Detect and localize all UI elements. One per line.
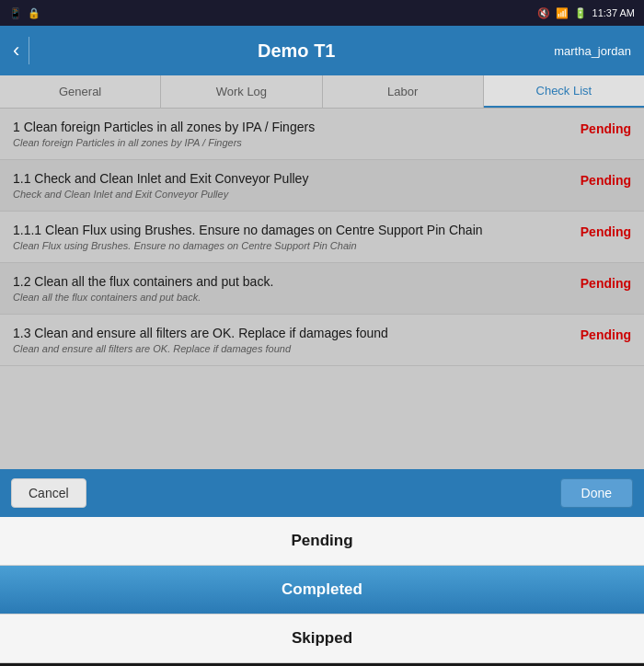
item-subtitle-5: Clean and ensure all filters are OK. Rep… xyxy=(13,343,571,354)
item-text-3: 1.1.1 Clean Flux using Brushes. Ensure n… xyxy=(13,223,581,251)
item-title-5: 1.3 Clean and ensure all filters are OK.… xyxy=(13,326,571,340)
item-title-4: 1.2 Clean all the flux containers and pu… xyxy=(13,274,571,289)
tab-checklist[interactable]: Check List xyxy=(484,75,644,108)
cancel-button[interactable]: Cancel xyxy=(11,478,86,508)
item-subtitle-1: Clean foreign Particles in all zones by … xyxy=(13,137,571,148)
mute-icon: 🔇 xyxy=(537,7,550,19)
tab-worklog[interactable]: Work Log xyxy=(161,75,322,108)
battery-icon: 🔋 xyxy=(574,7,587,19)
header: ‹ Demo T1 martha_jordan xyxy=(0,26,644,75)
table-row[interactable]: 1.3 Clean and ensure all filters are OK.… xyxy=(0,315,644,366)
time-display: 11:37 AM xyxy=(592,7,635,18)
status-picker: Pending Completed Skipped xyxy=(0,517,644,663)
status-left-icons: 📱 🔒 xyxy=(9,7,40,19)
lock-icon: 🔒 xyxy=(28,7,40,19)
item-status-1: Pending xyxy=(581,120,631,136)
item-subtitle-3: Clean Flux using Brushes. Ensure no dama… xyxy=(13,240,571,251)
item-text-2: 1.1 Check and Clean Inlet and Exit Conve… xyxy=(13,171,581,200)
table-row[interactable]: 1.2 Clean all the flux containers and pu… xyxy=(0,263,644,315)
item-status-5: Pending xyxy=(581,326,631,342)
picker-option-pending[interactable]: Pending xyxy=(0,517,644,566)
picker-option-completed[interactable]: Completed xyxy=(0,566,644,614)
done-button[interactable]: Done xyxy=(560,478,633,508)
item-text-4: 1.2 Clean all the flux containers and pu… xyxy=(13,274,581,303)
username-display: martha_jordan xyxy=(554,44,631,58)
header-divider xyxy=(29,37,29,64)
table-row[interactable]: 1.1.1 Clean Flux using Brushes. Ensure n… xyxy=(0,212,644,263)
item-title-3: 1.1.1 Clean Flux using Brushes. Ensure n… xyxy=(13,223,571,237)
item-title-1: 1 Clean foreign Particles in all zones b… xyxy=(13,120,571,134)
table-row[interactable]: 1.1 Check and Clean Inlet and Exit Conve… xyxy=(0,160,644,212)
item-status-3: Pending xyxy=(581,223,631,239)
action-bar: Cancel Done xyxy=(0,469,644,517)
picker-option-skipped[interactable]: Skipped xyxy=(0,614,644,663)
item-status-2: Pending xyxy=(581,171,631,188)
wifi-icon: 📶 xyxy=(556,7,569,19)
phone-icon: 📱 xyxy=(9,7,22,19)
status-right: 🔇 📶 🔋 11:37 AM xyxy=(537,7,635,19)
checklist-content: 1 Clean foreign Particles in all zones b… xyxy=(0,109,644,469)
tab-bar: General Work Log Labor Check List xyxy=(0,75,644,109)
back-button[interactable]: ‹ xyxy=(13,39,19,63)
item-text-5: 1.3 Clean and ensure all filters are OK.… xyxy=(13,326,581,354)
item-title-2: 1.1 Check and Clean Inlet and Exit Conve… xyxy=(13,171,571,186)
table-row[interactable]: 1 Clean foreign Particles in all zones b… xyxy=(0,109,644,160)
item-status-4: Pending xyxy=(581,274,631,291)
status-bar: 📱 🔒 🔇 📶 🔋 11:37 AM xyxy=(0,0,644,26)
item-subtitle-2: Check and Clean Inlet and Exit Conveyor … xyxy=(13,189,571,200)
item-subtitle-4: Clean all the flux containers and put ba… xyxy=(13,292,571,303)
tab-general[interactable]: General xyxy=(0,75,161,108)
item-text-1: 1 Clean foreign Particles in all zones b… xyxy=(13,120,581,148)
page-title: Demo T1 xyxy=(39,40,554,62)
tab-labor[interactable]: Labor xyxy=(323,75,484,108)
